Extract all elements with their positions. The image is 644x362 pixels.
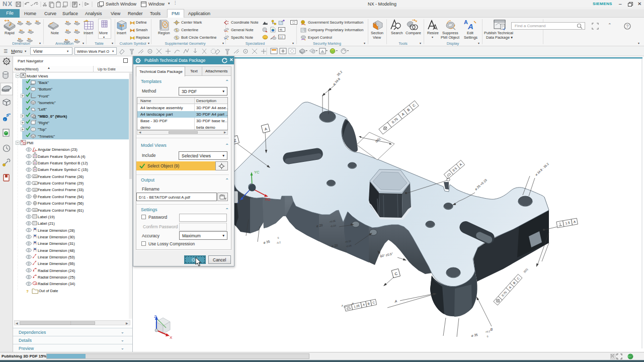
svg-text:Radial Dimension (34): Radial Dimension (34) <box>38 282 75 286</box>
svg-text:PMI: PMI <box>27 141 33 145</box>
svg-text:X: X <box>170 335 173 340</box>
svg-text:Feature Control Frame (29): Feature Control Frame (29) <box>38 181 84 186</box>
svg-text:Datum Feature Symbol A (4): Datum Feature Symbol A (4) <box>38 154 86 159</box>
svg-text:Radial Dimension (25): Radial Dimension (25) <box>38 275 75 280</box>
svg-text:1.2: 1.2 <box>279 36 283 39</box>
svg-text:Datum Feature Symbol C (15): Datum Feature Symbol C (15) <box>38 167 89 172</box>
svg-text:"Top": "Top" <box>38 127 47 132</box>
svg-text:Feature Control Frame (56): Feature Control Frame (56) <box>38 201 84 206</box>
svg-text:Label (19): Label (19) <box>38 215 55 219</box>
svg-text:"MBD_0" (Work): "MBD_0" (Work) <box>38 114 67 119</box>
svg-text:Angular Dimension (23): Angular Dimension (23) <box>38 147 77 152</box>
svg-text:Linear Dimension (48): Linear Dimension (48) <box>38 248 75 253</box>
svg-text:Linear Dimension (31): Linear Dimension (31) <box>38 241 75 246</box>
svg-text:Feature Control Frame (61): Feature Control Frame (61) <box>38 208 84 213</box>
svg-text:A: A <box>34 168 36 171</box>
svg-text:XC: XC <box>265 197 271 202</box>
svg-text:Linear Dimension (30): Linear Dimension (30) <box>38 235 75 239</box>
svg-text:"Left": "Left" <box>38 107 47 112</box>
svg-text:A: A <box>34 161 36 164</box>
svg-text:?: ? <box>26 289 29 294</box>
svg-text:Out of Date: Out of Date <box>39 289 58 293</box>
svg-text:Datum Feature Symbol B (12): Datum Feature Symbol B (12) <box>38 161 88 165</box>
svg-text:"Right": "Right" <box>38 121 49 125</box>
svg-text:A: A <box>34 154 36 157</box>
svg-text:Feature Control Frame (33): Feature Control Frame (33) <box>38 188 84 192</box>
svg-text:A: A <box>464 19 468 25</box>
svg-text:"Bottom": "Bottom" <box>38 87 52 92</box>
svg-text:"Back": "Back" <box>38 80 49 85</box>
svg-text:Radial Dimension (24): Radial Dimension (24) <box>38 268 75 273</box>
svg-text:Z: Z <box>154 314 156 319</box>
svg-text:"Isometric": "Isometric" <box>38 101 56 105</box>
svg-text:Model Views: Model Views <box>27 74 48 78</box>
svg-text:A: A <box>467 22 473 31</box>
svg-text:Linear Dimension (55): Linear Dimension (55) <box>38 261 75 266</box>
svg-text:Linear Dimension (53): Linear Dimension (53) <box>38 255 75 259</box>
svg-text:Feature Control Frame (26): Feature Control Frame (26) <box>38 174 84 179</box>
svg-text:46: 46 <box>280 28 283 31</box>
svg-text:YC: YC <box>254 170 260 174</box>
svg-text:"Front": "Front" <box>38 94 49 99</box>
svg-text:Feature Control Frame (54): Feature Control Frame (54) <box>38 195 84 199</box>
svg-text:Label (21): Label (21) <box>38 221 55 226</box>
svg-text:"Trimetric": "Trimetric" <box>38 134 55 139</box>
svg-text:Linear Dimension (28): Linear Dimension (28) <box>38 228 75 233</box>
svg-text:?: ? <box>626 24 629 29</box>
svg-text:i: i <box>5 118 5 121</box>
